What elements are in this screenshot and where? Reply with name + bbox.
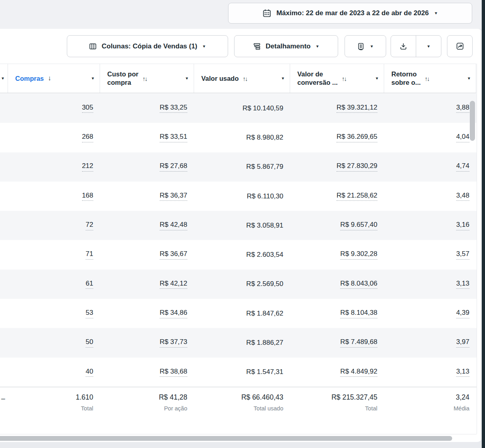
column-header-retorno[interactable]: Retorno sobre o... ↑↓ ▼ bbox=[384, 64, 476, 93]
top-bar: Máximo: 22 de mar de 2023 a 22 de abr de… bbox=[0, 0, 485, 29]
totals-valor-de-conversao: R$ 215.327,45 Total bbox=[290, 387, 384, 425]
chevron-down-icon: ▼ bbox=[370, 44, 374, 48]
columns-button[interactable]: Colunas: Cópia de Vendas (1) ▼ bbox=[67, 35, 228, 57]
breakdown-icon bbox=[253, 42, 261, 50]
cell-compras: 53 bbox=[8, 299, 100, 328]
download-split-button: ▼ bbox=[391, 35, 441, 57]
chevron-down-icon: ▼ bbox=[427, 44, 431, 48]
horizontal-scrollbar-track[interactable] bbox=[0, 434, 482, 442]
cell-valor-usado: R$ 2.603,54 bbox=[194, 240, 290, 269]
cell-custo-por-compra: R$ 27,68 bbox=[100, 152, 194, 182]
cell-compras: 72 bbox=[8, 211, 100, 240]
cell-retorno: 4,74 bbox=[384, 152, 476, 182]
cell-valor-usado: R$ 10.140,59 bbox=[194, 94, 290, 123]
download-options-button[interactable]: ▼ bbox=[416, 36, 441, 57]
table-row[interactable]: 72 R$ 42,48 R$ 3.058,91 R$ 9.657,40 3,16 bbox=[0, 211, 477, 240]
cell-compras: 305 bbox=[8, 94, 100, 123]
sort-toggle-icon[interactable]: ↑↓ bbox=[425, 75, 429, 82]
charts-icon bbox=[456, 42, 464, 50]
column-label: Valor de conversão ... bbox=[297, 70, 338, 86]
cell-compras: 212 bbox=[8, 152, 100, 182]
totals-custo-por-compra: R$ 41,28 Por ação bbox=[100, 387, 194, 425]
table-row[interactable]: 212 R$ 27,68 R$ 5.867,79 R$ 27.830,29 4,… bbox=[0, 152, 477, 182]
table-row[interactable]: 268 R$ 33,51 R$ 8.980,82 R$ 36.269,65 4,… bbox=[0, 123, 477, 152]
column-label: Retorno sobre o... bbox=[391, 70, 421, 86]
cell-valor-de-conversao: R$ 8.104,38 bbox=[290, 299, 384, 328]
date-range-button[interactable]: Máximo: 22 de mar de 2023 a 22 de abr de… bbox=[228, 3, 472, 24]
sort-toggle-icon[interactable]: ↑↓ bbox=[142, 75, 147, 82]
cell-retorno: 3,13 bbox=[384, 358, 476, 387]
cell-retorno: 3,13 bbox=[384, 270, 476, 299]
cell-valor-de-conversao: R$ 9.657,40 bbox=[290, 211, 384, 240]
table-row[interactable]: 61 R$ 42,12 R$ 2.569,50 R$ 8.043,06 3,13 bbox=[0, 270, 477, 299]
table-row[interactable]: 71 R$ 36,67 R$ 2.603,54 R$ 9.302,28 3,57 bbox=[0, 240, 477, 269]
cell-retorno: 3,16 bbox=[384, 211, 476, 240]
table-row[interactable]: 40 R$ 38,68 R$ 1.547,31 R$ 4.849,92 3,13 bbox=[0, 358, 477, 387]
columns-icon bbox=[89, 42, 97, 50]
cell-custo-por-compra: R$ 33,25 bbox=[100, 94, 194, 123]
cell-valor-usado: R$ 1.847,62 bbox=[194, 299, 290, 328]
column-menu-caret-icon[interactable]: ▼ bbox=[467, 77, 471, 80]
date-range-label: Máximo: 22 de mar de 2023 a 22 de abr de… bbox=[277, 9, 429, 17]
cell-custo-por-compra: R$ 42,48 bbox=[100, 211, 194, 240]
sort-desc-icon[interactable]: ↓ bbox=[48, 74, 52, 82]
breakdown-button-label: Detalhamento bbox=[266, 42, 311, 50]
cell-retorno: 3,97 bbox=[384, 328, 476, 357]
cell-valor-de-conversao: R$ 9.302,28 bbox=[290, 240, 384, 269]
table-row[interactable]: 50 R$ 37,73 R$ 1.886,27 R$ 7.489,68 3,97 bbox=[0, 328, 477, 357]
sort-toggle-icon[interactable]: ↑↓ bbox=[342, 75, 346, 82]
chevron-down-icon: ▼ bbox=[202, 44, 206, 48]
column-menu-caret-icon[interactable]: ▼ bbox=[91, 77, 95, 80]
columns-button-label: Colunas: Cópia de Vendas (1) bbox=[102, 42, 197, 50]
cell-valor-usado: R$ 2.569,50 bbox=[194, 270, 290, 299]
cell-custo-por-compra: R$ 37,73 bbox=[100, 328, 194, 357]
right-edge-panel bbox=[481, 0, 485, 448]
cell-valor-usado: R$ 1.547,31 bbox=[194, 358, 290, 387]
table-body: 305 R$ 33,25 R$ 10.140,59 R$ 39.321,12 3… bbox=[0, 94, 477, 387]
column-header-compras[interactable]: Compras ↓ ▼ bbox=[8, 64, 100, 93]
cell-compras: 40 bbox=[8, 358, 100, 387]
cell-valor-de-conversao: R$ 36.269,65 bbox=[290, 123, 384, 152]
horizontal-scrollbar[interactable] bbox=[0, 436, 452, 441]
column-label: Custo por compra bbox=[107, 70, 138, 86]
calendar-icon bbox=[263, 9, 271, 18]
charts-button[interactable] bbox=[447, 35, 473, 57]
column-menu-caret-icon[interactable]: ▼ bbox=[185, 77, 189, 80]
table-row[interactable]: 305 R$ 33,25 R$ 10.140,59 R$ 39.321,12 3… bbox=[0, 94, 477, 123]
column-menu-caret-icon[interactable]: ▼ bbox=[375, 77, 379, 80]
cell-compras: 61 bbox=[8, 270, 100, 299]
column-header-partial[interactable]: ▼ bbox=[0, 64, 8, 93]
reports-button[interactable]: ▼ bbox=[345, 35, 386, 57]
cell-custo-por-compra: R$ 42,12 bbox=[100, 270, 194, 299]
vertical-scrollbar[interactable] bbox=[470, 101, 475, 141]
column-header-custo-por-compra[interactable]: Custo por compra ↑↓ ▼ bbox=[100, 64, 194, 93]
download-icon bbox=[399, 42, 407, 50]
column-header-valor-de-conversao[interactable]: Valor de conversão ... ↑↓ ▼ bbox=[290, 64, 384, 93]
cell-valor-usado: R$ 1.886,27 bbox=[194, 328, 290, 357]
table-row[interactable]: 53 R$ 34,86 R$ 1.847,62 R$ 8.104,38 4,39 bbox=[0, 299, 477, 328]
cell-custo-por-compra: R$ 33,51 bbox=[100, 123, 194, 152]
breakdown-button[interactable]: Detalhamento ▼ bbox=[234, 35, 338, 57]
totals-compras: 1.610 Total bbox=[8, 387, 100, 425]
totals-valor-usado: R$ 66.460,43 Total usado bbox=[194, 387, 290, 425]
cell-custo-por-compra: R$ 34,86 bbox=[100, 299, 194, 328]
column-menu-caret-icon[interactable]: ▼ bbox=[281, 77, 285, 80]
table-row[interactable]: 168 R$ 36,37 R$ 6.110,30 R$ 21.258,62 3,… bbox=[0, 182, 477, 211]
cell-compras: 168 bbox=[8, 182, 100, 211]
column-label: Compras bbox=[15, 74, 44, 83]
column-menu-caret-icon[interactable]: ▼ bbox=[1, 77, 5, 80]
cell-valor-usado: R$ 8.980,82 bbox=[194, 123, 290, 152]
sort-toggle-icon[interactable]: ↑↓ bbox=[243, 75, 247, 82]
cell-compras: 268 bbox=[8, 123, 100, 152]
chevron-down-icon: ▼ bbox=[434, 12, 438, 15]
column-header-valor-usado[interactable]: Valor usado ↑↓ ▼ bbox=[194, 64, 290, 93]
download-button[interactable] bbox=[391, 36, 416, 57]
ads-manager-table-view: Máximo: 22 de mar de 2023 a 22 de abr de… bbox=[0, 0, 485, 448]
cell-valor-usado: R$ 3.058,91 bbox=[194, 211, 290, 240]
cell-valor-de-conversao: R$ 4.849,92 bbox=[290, 358, 384, 387]
cell-retorno: 3,88 bbox=[384, 94, 476, 123]
cell-valor-de-conversao: R$ 39.321,12 bbox=[290, 94, 384, 123]
cell-valor-de-conversao: R$ 7.489,68 bbox=[290, 328, 384, 357]
totals-retorno: 3,24 Média bbox=[384, 387, 476, 425]
chevron-down-icon: ▼ bbox=[315, 44, 319, 48]
